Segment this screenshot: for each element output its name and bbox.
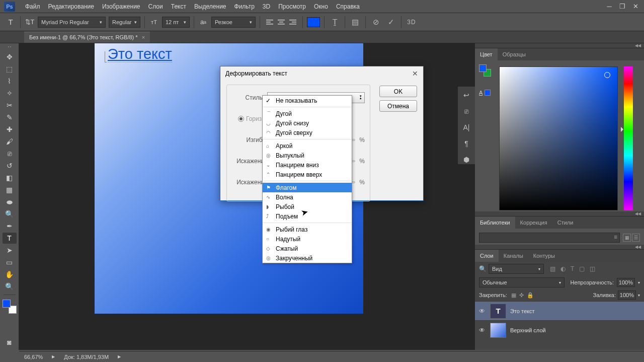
- warp-style-option[interactable]: ◠Дугой сверху: [263, 128, 352, 137]
- gradient-tool-icon[interactable]: ▦: [3, 184, 17, 195]
- filter-pixel-icon[interactable]: ▧: [550, 265, 555, 272]
- character-panel-button[interactable]: ▤: [349, 16, 361, 28]
- align-right-button[interactable]: [287, 17, 298, 28]
- warp-style-option[interactable]: ⌄Панцирем вниз: [263, 160, 352, 170]
- library-dropdown[interactable]: [479, 233, 620, 243]
- tab-libraries[interactable]: Библиотеки: [475, 216, 515, 229]
- collapse-handle-3[interactable]: ◀◀: [475, 245, 644, 250]
- cancel-icon[interactable]: ⊘: [370, 16, 382, 28]
- text-color-swatch[interactable]: [307, 17, 320, 27]
- pen-tool-icon[interactable]: ✒: [3, 221, 17, 232]
- dodge-tool-icon[interactable]: 🔍: [3, 208, 17, 220]
- commit-icon[interactable]: ✓: [385, 16, 397, 28]
- warp-style-option[interactable]: ◗Рыбой: [263, 202, 352, 211]
- lock-pixels-icon[interactable]: ▦: [511, 292, 516, 299]
- hand-tool-icon[interactable]: ✋: [3, 269, 17, 280]
- tab-adjustments[interactable]: Коррекция: [515, 216, 552, 229]
- text-3d-button[interactable]: 3D: [406, 16, 418, 28]
- blur-tool-icon[interactable]: ⬬: [3, 196, 17, 207]
- font-weight-dropdown[interactable]: Regular: [109, 17, 140, 28]
- warp-style-option[interactable]: ⌒Дугой: [263, 109, 352, 118]
- text-orientation-toggle-icon[interactable]: ⇅T: [25, 17, 35, 27]
- layer-row-text[interactable]: 👁 T Это текст: [475, 301, 644, 320]
- font-size-dropdown[interactable]: 12 пт: [162, 17, 190, 28]
- fill-input[interactable]: 100%: [618, 291, 636, 300]
- paragraph-icon[interactable]: ¶: [461, 139, 471, 148]
- lasso-tool-icon[interactable]: ⌇: [3, 76, 17, 87]
- filter-shape-icon[interactable]: ▢: [579, 265, 585, 272]
- menu-layers[interactable]: Слои: [144, 3, 167, 10]
- text-layer-content[interactable]: Это текст: [108, 46, 172, 62]
- menu-help[interactable]: Справка: [332, 3, 364, 10]
- layer-name[interactable]: Это текст: [510, 308, 535, 314]
- menu-file[interactable]: Файл: [21, 3, 44, 10]
- collapse-handle[interactable]: ◀◀: [475, 43, 644, 48]
- dialog-close-icon[interactable]: ✕: [412, 69, 418, 78]
- tab-layers[interactable]: Слои: [475, 250, 499, 262]
- brush-tool-icon[interactable]: 🖌: [3, 136, 17, 147]
- lock-all-icon[interactable]: 🔒: [527, 292, 534, 299]
- panel-color-swatches[interactable]: [479, 64, 491, 77]
- move-tool-icon[interactable]: ✥: [3, 51, 17, 62]
- filter-smart-icon[interactable]: ◫: [590, 265, 595, 272]
- properties-icon[interactable]: ⎚: [461, 107, 471, 116]
- warp-style-option[interactable]: ◡Дугой снизу: [263, 118, 352, 128]
- fg-color-swatch[interactable]: [3, 300, 11, 308]
- wand-tool-icon[interactable]: ✧: [3, 88, 17, 99]
- filter-type-icon[interactable]: T: [571, 265, 574, 272]
- layer-row-image[interactable]: 👁 Верхний слой: [475, 320, 644, 339]
- document-tab[interactable]: Без имени-1 @ 66,7% (Это текст, RGB/8) *…: [24, 32, 150, 43]
- close-tab-icon[interactable]: ×: [142, 34, 145, 40]
- menu-select[interactable]: Выделение: [190, 3, 230, 10]
- visibility-toggle-icon[interactable]: 👁: [479, 308, 486, 315]
- eraser-tool-icon[interactable]: ◧: [3, 172, 17, 183]
- character-icon[interactable]: A|: [461, 123, 471, 132]
- stamp-tool-icon[interactable]: ⎚: [3, 148, 17, 159]
- warp-style-option[interactable]: ⚑Флагом: [263, 183, 352, 192]
- menu-view[interactable]: Просмотр: [274, 3, 310, 10]
- tab-swatches[interactable]: Образцы: [498, 48, 531, 60]
- menu-window[interactable]: Окно: [310, 3, 332, 10]
- crop-tool-icon[interactable]: ✂: [3, 100, 17, 111]
- warp-style-option[interactable]: ✓Не показывать: [263, 96, 352, 105]
- marquee-tool-icon[interactable]: ⬚: [3, 63, 17, 75]
- menu-filter[interactable]: Фильтр: [230, 3, 259, 10]
- warp-style-option[interactable]: ○Надутый: [263, 234, 352, 244]
- ok-button[interactable]: OK: [379, 86, 417, 97]
- history-brush-tool-icon[interactable]: ↺: [3, 160, 17, 171]
- warp-text-button[interactable]: Ṯ: [329, 16, 341, 28]
- menu-image[interactable]: Изображение: [98, 3, 144, 10]
- window-close-icon[interactable]: ✕: [631, 3, 640, 10]
- view-grid-icon[interactable]: ▦: [623, 234, 631, 242]
- window-restore-icon[interactable]: ❐: [618, 3, 627, 10]
- warp-style-option[interactable]: ⤴Подъем: [263, 211, 352, 221]
- cancel-button[interactable]: Отмена: [379, 100, 417, 112]
- warp-style-option[interactable]: ◎Выпуклый: [263, 151, 352, 160]
- menu-3d[interactable]: 3D: [259, 3, 274, 10]
- zoom-tool-icon[interactable]: 🔍: [3, 281, 17, 292]
- tab-styles[interactable]: Стили: [552, 216, 579, 229]
- lock-position-icon[interactable]: ✜: [519, 292, 524, 299]
- menu-edit[interactable]: Редактирование: [44, 3, 98, 10]
- warp-style-option[interactable]: ∿Волна: [263, 192, 352, 202]
- tab-color[interactable]: Цвет: [475, 48, 498, 60]
- orientation-label[interactable]: Гориз: [246, 115, 262, 122]
- quickmask-icon[interactable]: ◙: [3, 337, 17, 348]
- opacity-input[interactable]: 100%: [617, 278, 635, 287]
- healing-tool-icon[interactable]: ✚: [3, 124, 17, 135]
- eyedropper-tool-icon[interactable]: ✎: [3, 112, 17, 123]
- tab-paths[interactable]: Контуры: [528, 250, 560, 262]
- color-picker[interactable]: [499, 66, 620, 212]
- rectangle-tool-icon[interactable]: ▭: [3, 257, 17, 268]
- view-list-icon[interactable]: ☰: [632, 234, 640, 242]
- zoom-level[interactable]: 66,67%: [24, 354, 43, 360]
- filter-search-icon[interactable]: 🔍: [479, 265, 487, 272]
- align-center-button[interactable]: [276, 17, 287, 28]
- text-tool-icon[interactable]: T: [3, 233, 17, 244]
- align-left-button[interactable]: [264, 17, 275, 28]
- warp-style-option[interactable]: ◉Рыбий глаз: [263, 225, 352, 234]
- antialias-dropdown[interactable]: Резкое: [211, 17, 256, 28]
- hue-slider[interactable]: [624, 66, 633, 210]
- warp-style-option[interactable]: ◇Сжатый: [263, 244, 352, 253]
- path-select-tool-icon[interactable]: ➤: [3, 245, 17, 256]
